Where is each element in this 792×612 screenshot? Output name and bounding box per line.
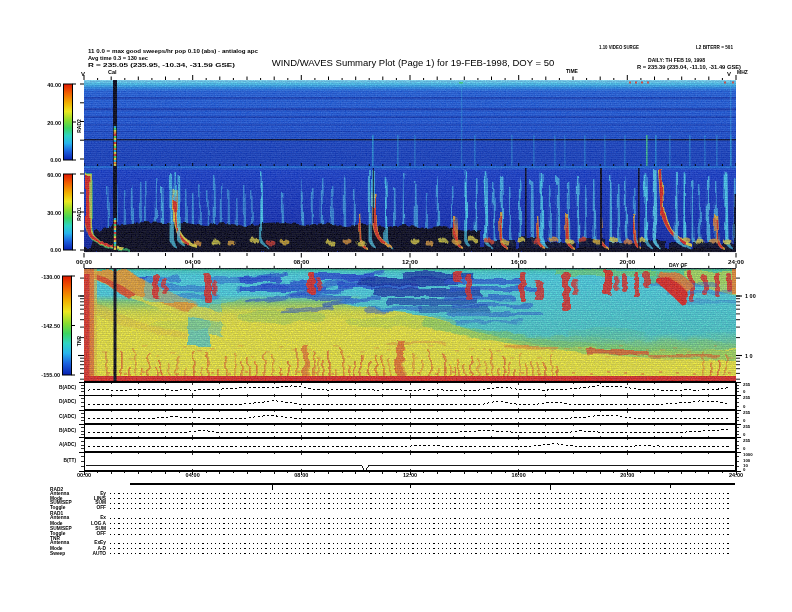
svg-text:R = 235.39 (235.04, -11.10,: R = 235.39 (235.04, -11.10, -31.49 GSE) bbox=[637, 64, 741, 70]
svg-text:11 0.0 = max good sweeps/hr po: 11 0.0 = max good sweeps/hr pop 0.10 (ab… bbox=[88, 48, 258, 54]
svg-text:1.10 VIDEO SURGE: 1.10 VIDEO SURGE bbox=[599, 44, 639, 50]
svg-text:L2 BITERR = 501: L2 BITERR = 501 bbox=[696, 44, 733, 50]
svg-text:R = 235.05 (235.95, -10.34,: R = 235.05 (235.95, -10.34, -31.59 GSE) bbox=[88, 62, 235, 68]
svg-text:DAILY: TH FEB 19, 1998: DAILY: TH FEB 19, 1998 bbox=[648, 57, 705, 63]
svg-text:Avg time 0.3 = 130 sec: Avg time 0.3 = 130 sec bbox=[88, 55, 148, 61]
